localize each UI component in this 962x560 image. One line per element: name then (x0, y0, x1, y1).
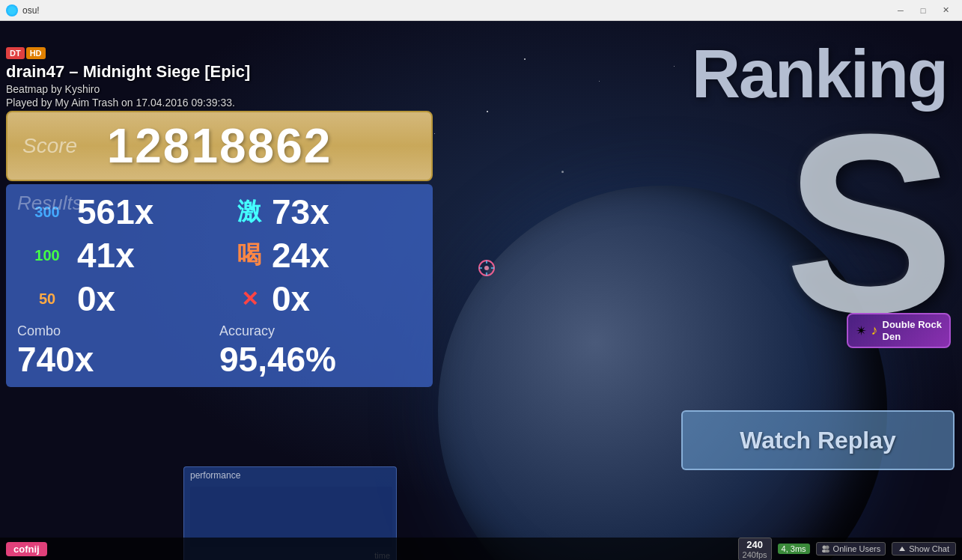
hit100-value: 41x (77, 235, 227, 276)
hit50-label: 50 (17, 290, 77, 308)
played-by: Played by My Aim Trash on 17.04.2016 09:… (6, 97, 250, 109)
background: Ranking S ✴ ♪ Double Rock Den DT HD drai… (0, 21, 962, 560)
kiai2-value: 24x (272, 235, 421, 276)
users-icon (821, 544, 830, 553)
mod-hd-badge: HD (26, 47, 46, 59)
perf-label: performance (184, 467, 396, 484)
kiai2-label: 喝 (227, 239, 272, 272)
miss-label: ✕ (227, 287, 272, 311)
double-rock-text: Double Rock Den (883, 319, 942, 342)
svg-point-1 (484, 266, 489, 270)
sparkle-icon: ✴ (856, 323, 867, 339)
score-label: Score (22, 134, 77, 158)
header-info: DT HD drain47 – Midnight Siege [Epic] Be… (6, 47, 250, 109)
window-controls: ─ □ ✕ (890, 0, 956, 21)
svg-point-10 (825, 550, 829, 553)
combo-label: Combo (17, 323, 219, 339)
online-users-label: Online Users (833, 544, 881, 553)
music-icon: ♪ (871, 323, 878, 338)
kiai1-value: 73x (272, 192, 421, 232)
results-panel: Results 300 561x 激 73x 100 41x 喝 24x 50 … (6, 184, 433, 387)
hit100-label: 100 (17, 247, 77, 264)
latency-indicator: 4, 3ms (778, 544, 810, 554)
fps-max: 240fps (743, 550, 767, 559)
svg-marker-11 (899, 547, 905, 551)
miss-value: 0x (272, 279, 421, 319)
combo-item: Combo 740x (17, 323, 219, 380)
mod-dt-badge: DT (6, 47, 25, 59)
rank-grade: S (785, 96, 947, 350)
bottom-bar: cofnij 240 240fps 4, 3ms Online Users (0, 538, 962, 560)
svg-point-8 (825, 546, 829, 550)
score-value: 12818862 (107, 119, 332, 173)
online-users-button[interactable]: Online Users (816, 542, 886, 556)
show-chat-button[interactable]: Show Chat (892, 542, 956, 556)
double-rock-badge[interactable]: ✴ ♪ Double Rock Den (847, 313, 951, 348)
score-box: Score 12818862 (6, 111, 433, 181)
hit300-value: 561x (77, 192, 227, 232)
maximize-button[interactable]: □ (913, 0, 934, 21)
close-button[interactable]: ✕ (935, 0, 956, 21)
user-tag: cofnij (6, 542, 47, 556)
combo-accuracy-row: Combo 740x Accuracy 95,46% (17, 323, 421, 380)
titlebar: osu! ─ □ ✕ (0, 0, 962, 21)
cursor (478, 259, 496, 277)
fps-value: 240 (743, 539, 767, 550)
kiai1-label: 激 (227, 195, 272, 228)
song-title: drain47 – Midnight Siege [Epic] (6, 62, 250, 82)
fps-counter: 240 240fps (738, 538, 772, 561)
accuracy-item: Accuracy 95,46% (219, 323, 421, 380)
title-text: osu! (22, 5, 890, 16)
chevron-up-icon (898, 545, 906, 553)
beatmap-by: Beatmap by Kyshiro (6, 83, 250, 95)
bottom-right: 240 240fps 4, 3ms Online Users Show Chat (738, 538, 956, 561)
watch-replay-button[interactable]: Watch Replay (681, 410, 955, 470)
minimize-button[interactable]: ─ (890, 0, 911, 21)
accuracy-label: Accuracy (219, 323, 421, 339)
score-panel: Score 12818862 Results 300 561x 激 73x 10… (6, 111, 433, 387)
accuracy-value: 95,46% (219, 339, 421, 380)
show-chat-label: Show Chat (909, 544, 949, 553)
mod-badges: DT HD (6, 47, 250, 59)
combo-value: 740x (17, 339, 219, 380)
hit50-value: 0x (77, 279, 227, 319)
app-icon (6, 4, 18, 16)
results-label: Results (17, 192, 82, 215)
